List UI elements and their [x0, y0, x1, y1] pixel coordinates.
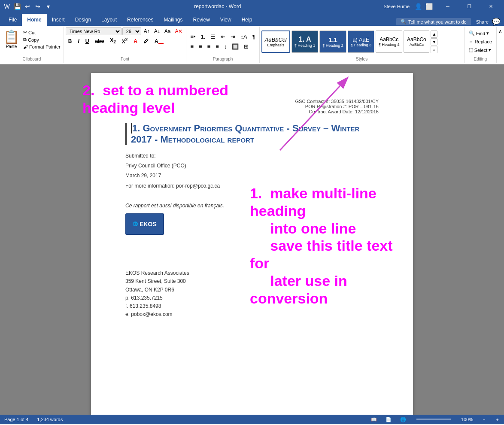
subscript-button[interactable]: X2: [107, 36, 118, 46]
increase-indent-button[interactable]: ⇥: [228, 32, 237, 41]
view-read-button[interactable]: 📖: [371, 417, 377, 422]
justify-button[interactable]: ≡: [213, 42, 221, 51]
align-left-button[interactable]: ≡: [188, 42, 196, 51]
italic-button[interactable]: I: [75, 37, 82, 46]
replace-button[interactable]: ↔ Replace: [466, 38, 495, 45]
comment-icon[interactable]: 💬: [492, 18, 501, 26]
window-title: reportwordac - Word: [52, 3, 383, 9]
select-button[interactable]: ⬚ Select ▾: [466, 46, 495, 54]
copy-button[interactable]: ⧉ Copy: [22, 36, 62, 43]
bullets-button[interactable]: ≡•: [188, 32, 197, 41]
font-group: Times New Ro 26 A↑ A↓ Aa A✕ B I U abc X2…: [64, 27, 187, 63]
numbering-button[interactable]: 1.: [199, 32, 208, 41]
align-right-button[interactable]: ≡: [205, 42, 213, 51]
tab-references[interactable]: References: [122, 14, 158, 26]
cut-icon: ✂: [23, 30, 27, 35]
find-button[interactable]: 🔍 Find ▾: [466, 30, 495, 37]
tab-design[interactable]: Design: [70, 14, 96, 26]
decrease-indent-button[interactable]: ⇤: [219, 32, 228, 41]
style-heading2-sample: 1.1: [328, 36, 337, 43]
tab-help[interactable]: Help: [237, 14, 258, 26]
tab-layout[interactable]: Layout: [96, 14, 122, 26]
font-row2: B I U abc X2 X2 A 🖊 A: [66, 36, 185, 46]
tab-review[interactable]: Review: [188, 14, 215, 26]
share-button[interactable]: Share: [476, 19, 489, 24]
style-heading4-sample: AaBbCc: [380, 36, 398, 42]
style-heading4[interactable]: AaBbCc ¶ Heading 4: [376, 30, 402, 53]
close-button[interactable]: ✕: [481, 0, 501, 13]
collapse-ribbon-button[interactable]: ∧: [497, 27, 504, 63]
strikethrough-button[interactable]: abc: [92, 37, 106, 46]
save-icon[interactable]: 💾: [14, 3, 21, 10]
style-heading3-sample: a) AaE: [352, 36, 369, 43]
tab-home[interactable]: Home: [22, 14, 46, 26]
shading-button[interactable]: 🔲: [230, 42, 241, 51]
clipboard-group: 📋 Paste ✂ Cut ⧉ Copy 🖌 Format Painter Cl…: [0, 27, 64, 63]
client-name: Privy Council Office (PCO): [125, 162, 379, 170]
bold-button[interactable]: B: [66, 37, 75, 46]
titlebar: W 💾 ↩ ↪ ▾ reportwordac - Word Steve Hume…: [0, 0, 504, 13]
styles-scroll: ▲ ▼ ⬦: [431, 30, 437, 53]
clear-format-button[interactable]: A✕: [173, 27, 184, 35]
style-normal[interactable]: AaBbCo AaBbCc: [404, 30, 429, 53]
styles-scroll-up[interactable]: ▲: [431, 30, 437, 38]
line-spacing-button[interactable]: ↕: [222, 42, 229, 51]
titlebar-right: Steve Hume 👤 ⬜ ─ ❐ ✕: [383, 0, 501, 13]
tab-view[interactable]: View: [215, 14, 237, 26]
style-emphasis[interactable]: AaBbCcI Emphasis: [261, 30, 290, 53]
style-heading1[interactable]: 1. A ¶ Heading 1: [291, 30, 318, 53]
increase-font-button[interactable]: A↑: [142, 27, 152, 35]
customize-icon[interactable]: ▾: [45, 3, 52, 10]
multilevel-button[interactable]: ☰: [208, 32, 218, 41]
zoom-slider[interactable]: [416, 419, 451, 420]
company-info: EKOS Research Associates 359 Kent Street…: [125, 269, 379, 319]
text-color-button[interactable]: A: [131, 37, 140, 46]
ribbon-display-icon[interactable]: ⬜: [425, 3, 433, 10]
page-info: Page 1 of 4: [4, 417, 28, 422]
cut-button[interactable]: ✂ Cut: [22, 29, 62, 36]
align-center-button[interactable]: ≡: [197, 42, 204, 51]
zoom-in-button[interactable]: ＋: [495, 416, 500, 423]
tab-insert[interactable]: Insert: [47, 14, 70, 26]
show-marks-button[interactable]: ¶: [250, 32, 258, 41]
french-note: Ce rapport est aussi disponible en franç…: [125, 202, 379, 210]
borders-button[interactable]: ⊞: [242, 42, 251, 51]
font-size-select[interactable]: 26: [122, 27, 141, 35]
style-heading2[interactable]: 1.1 ¶ Heading 2: [319, 30, 346, 53]
zoom-out-button[interactable]: －: [482, 416, 486, 423]
paragraph-label: Paragraph: [188, 56, 257, 62]
font-face-select[interactable]: Times New Ro: [66, 27, 121, 35]
view-print-button[interactable]: 📄: [386, 417, 392, 422]
sort-button[interactable]: ↕A: [238, 32, 249, 41]
email: e. pobox@ekos.com: [125, 310, 379, 319]
minimize-button[interactable]: ─: [438, 0, 458, 13]
company-name: EKOS Research Associates: [125, 269, 379, 277]
document-heading[interactable]: 1. Government Priorities Quantitative - …: [125, 123, 379, 145]
restore-button[interactable]: ❐: [459, 0, 479, 13]
date: March 29, 2017: [125, 172, 379, 180]
redo-icon[interactable]: ↪: [34, 3, 41, 10]
decrease-font-button[interactable]: A↓: [152, 27, 162, 35]
tell-me-label: Tell me what you want to do: [408, 19, 467, 24]
underline-button[interactable]: U: [83, 37, 92, 46]
tab-mailings[interactable]: Mailings: [158, 14, 188, 26]
paste-button[interactable]: 📋 Paste: [2, 27, 21, 51]
account-icon[interactable]: 👤: [415, 3, 422, 10]
view-web-button[interactable]: 🌐: [400, 417, 406, 422]
undo-icon[interactable]: ↩: [24, 3, 31, 10]
superscript-button[interactable]: X2: [119, 36, 131, 46]
change-case-button[interactable]: Aa: [163, 27, 173, 35]
styles-more[interactable]: ⬦: [431, 46, 437, 53]
select-icon: ⬚: [469, 47, 473, 53]
zoom-level: 100%: [461, 417, 473, 422]
tell-me-box[interactable]: 🔍 Tell me what you want to do: [396, 18, 471, 25]
style-heading3[interactable]: a) AaE ¶ Heading 3: [348, 30, 374, 53]
phone: p. 613.235.7215: [125, 294, 379, 302]
styles-scroll-down[interactable]: ▼: [431, 38, 437, 46]
font-color-button[interactable]: A: [152, 37, 166, 46]
tab-file[interactable]: File: [3, 14, 22, 26]
info-line: For more information: por-rop@pco.gc.ca: [125, 182, 379, 190]
format-painter-button[interactable]: 🖌 Format Painter: [22, 44, 62, 50]
format-painter-icon: 🖌: [23, 44, 28, 49]
highlight-button[interactable]: 🖊: [141, 37, 151, 46]
